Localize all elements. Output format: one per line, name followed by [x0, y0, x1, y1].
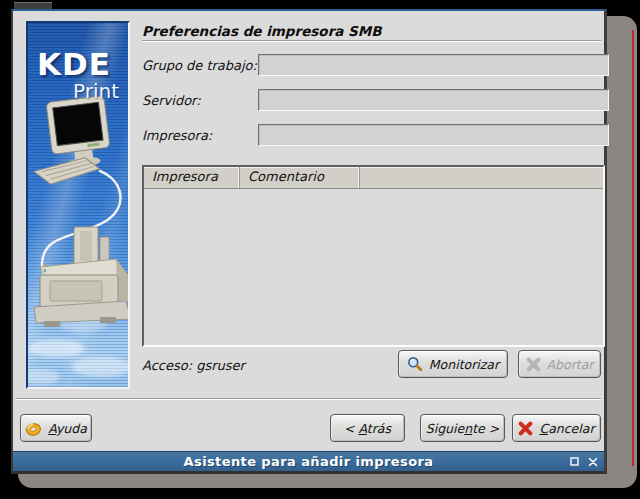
maximize-icon [570, 457, 579, 466]
workgroup-input[interactable] [258, 54, 609, 76]
help-button-label: Ayuda [48, 421, 87, 436]
column-header-filler [360, 167, 603, 188]
printer-list-header: Impresora Comentario [144, 167, 603, 189]
magnifier-icon [407, 356, 423, 372]
maximize-button[interactable] [569, 456, 580, 467]
footer-divider [16, 398, 601, 400]
abort-button-label: Abortar [547, 357, 594, 372]
monitor-button[interactable]: Monitorizar [398, 350, 508, 378]
close-icon [588, 457, 598, 467]
kde-logo-text: KDE [37, 49, 111, 80]
help-button[interactable]: Ayuda [20, 414, 92, 442]
server-label: Servidor: [142, 93, 201, 108]
back-button-label: < Atrás [344, 421, 391, 436]
help-ring-icon [25, 420, 42, 437]
printer-list[interactable]: Impresora Comentario [142, 165, 605, 347]
access-user-label: Acceso: gsruser [142, 358, 245, 373]
next-button-label: Siguiente > [426, 421, 499, 436]
cancel-button[interactable]: Cancelar [512, 414, 601, 442]
monitor-button-label: Monitorizar [429, 357, 499, 372]
print-logo-text: Print [73, 81, 119, 101]
server-input[interactable] [258, 89, 609, 111]
abort-x-icon [526, 357, 541, 372]
cancel-x-icon [518, 421, 533, 436]
workgroup-label: Grupo de trabajo: [142, 58, 257, 73]
printer-list-body[interactable] [144, 189, 603, 343]
printer-input[interactable] [258, 124, 609, 146]
window-title: Asistente para añadir impresora [13, 454, 604, 469]
sidebar-kdeprint-panel: KDE Print [26, 21, 130, 389]
back-button[interactable]: < Atrás [330, 414, 405, 442]
abort-button: Abortar [518, 350, 601, 378]
printer-label: Impresora: [142, 128, 212, 143]
printer-art [34, 227, 128, 327]
titlebar-buttons [569, 452, 598, 471]
cancel-button-label: Cancelar [539, 421, 594, 436]
clouds-art [28, 318, 128, 385]
wizard-window: KDE Print Preferencias de impresora SMB … [11, 9, 607, 474]
next-button[interactable]: Siguiente > [420, 414, 505, 442]
page-title: Preferencias de impresora SMB [142, 23, 382, 39]
column-header-impresora[interactable]: Impresora [144, 167, 240, 188]
column-header-comentario[interactable]: Comentario [240, 167, 360, 188]
heading-divider [142, 40, 601, 42]
close-button[interactable] [587, 456, 598, 467]
screenshot-root: KDE Print Preferencias de impresora SMB … [0, 0, 640, 499]
window-titlebar[interactable]: Asistente para añadir impresora [13, 451, 604, 471]
desktop-red-edge [632, 30, 634, 466]
